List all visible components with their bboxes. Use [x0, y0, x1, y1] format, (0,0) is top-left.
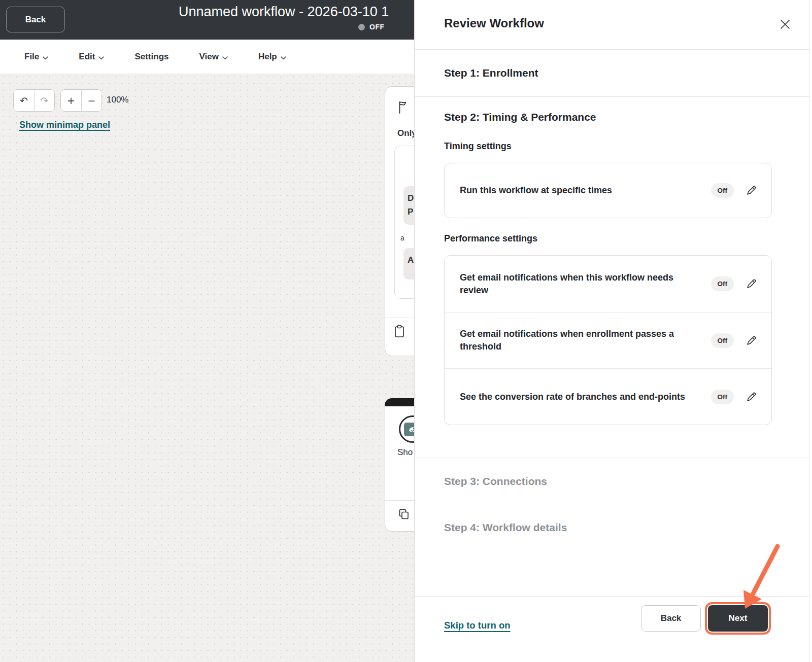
menu-edit-label: Edit — [79, 52, 95, 62]
performance-settings-card: Get email notifications when this workfl… — [444, 255, 772, 425]
status-badge: Off — [711, 333, 734, 348]
edit-pencil-icon[interactable] — [745, 184, 758, 197]
workflow-title: Unnamed workflow - 2026-03-10 1 — [179, 4, 414, 23]
top-bar: Back Unnamed workflow - 2026-03-10 1 OFF — [0, 0, 414, 40]
action-card-header-strip — [385, 398, 414, 406]
menu-file[interactable]: File — [24, 51, 48, 62]
back-button[interactable]: Back — [6, 7, 65, 32]
menu-help[interactable]: Help — [258, 51, 286, 62]
step-2-label: Step 2: Timing & Performance — [444, 111, 596, 123]
chevron-down-icon — [222, 52, 228, 62]
trigger-filter-pill[interactable]: D P — [403, 186, 414, 225]
setting-label: Get email notifications when enrollment … — [460, 328, 688, 353]
footer-next-button[interactable]: Next — [708, 605, 768, 632]
menu-file-label: File — [24, 52, 39, 62]
setting-label: Get email notifications when this workfl… — [460, 271, 688, 297]
edit-pencil-icon[interactable] — [745, 334, 758, 347]
menu-help-label: Help — [258, 52, 277, 62]
chevron-down-icon — [43, 52, 48, 62]
panel-title: Review Workflow — [444, 16, 544, 30]
menu-view[interactable]: View — [199, 51, 227, 62]
flag-icon — [396, 100, 410, 116]
action-app-avatar — [399, 415, 414, 443]
action-card-title: Sho — [397, 447, 413, 458]
zoom-in-button[interactable]: + — [61, 90, 81, 111]
menu-view-label: View — [199, 52, 218, 62]
menu-edit[interactable]: Edit — [79, 51, 104, 62]
review-workflow-panel: Review Workflow Step 1: Enrollment Step … — [414, 0, 809, 662]
step-1-section-header[interactable]: Step 1: Enrollment — [415, 49, 809, 97]
setting-label: See the conversion rate of branches and … — [460, 391, 688, 403]
setting-row-conversion-rate: See the conversion rate of branches and … — [445, 368, 771, 425]
step-3-label: Step 3: Connections — [444, 475, 547, 487]
step-4-label: Step 4: Workflow details — [444, 521, 567, 534]
show-minimap-link[interactable]: Show minimap panel — [19, 120, 110, 130]
close-icon[interactable] — [776, 16, 794, 33]
action-card[interactable]: Sho — [385, 398, 414, 532]
toggle-status-label: OFF — [369, 23, 385, 31]
redo-button[interactable]: ↷ — [34, 90, 54, 111]
copy-icon[interactable] — [397, 508, 411, 523]
menu-settings[interactable]: Settings — [134, 52, 168, 62]
chevron-down-icon — [98, 52, 104, 62]
workflow-canvas[interactable]: ↶ ↷ + − 100% Show minimap panel Only D P… — [0, 74, 414, 662]
status-badge: Off — [711, 183, 734, 198]
step-4-section-header[interactable]: Step 4: Workflow details — [415, 504, 809, 551]
panel-header: Review Workflow — [415, 0, 809, 50]
setting-row-enrollment-threshold: Get email notifications when enrollment … — [445, 312, 771, 368]
workflow-status-toggle[interactable]: OFF — [358, 23, 385, 31]
toggle-dot-icon — [358, 24, 365, 30]
status-badge: Off — [711, 390, 734, 404]
trigger-filter-pill[interactable]: A — [403, 248, 414, 280]
undo-redo-group: ↶ ↷ — [13, 89, 55, 112]
setting-label: Run this workflow at specific times — [460, 184, 688, 197]
zoom-out-button[interactable]: − — [81, 90, 101, 111]
bird-app-icon — [404, 423, 414, 436]
footer-back-button[interactable]: Back — [641, 605, 701, 632]
menu-bar: File Edit Settings View Help — [0, 40, 414, 74]
zoom-level-label: 100% — [107, 95, 128, 105]
setting-row-specific-times: Run this workflow at specific times Off — [445, 163, 771, 218]
edit-pencil-icon[interactable] — [745, 390, 758, 404]
enrollment-trigger-card[interactable]: Only D P a A — [385, 86, 414, 356]
timing-settings-card: Run this workflow at specific times Off — [444, 163, 772, 218]
chevron-down-icon — [281, 52, 286, 62]
zoom-group: + − — [60, 89, 102, 112]
skip-to-turn-on-link[interactable]: Skip to turn on — [444, 620, 511, 631]
performance-settings-heading: Performance settings — [444, 233, 537, 244]
workflow-editor-region: Back Unnamed workflow - 2026-03-10 1 OFF… — [0, 0, 414, 662]
undo-button[interactable]: ↶ — [14, 90, 34, 111]
trigger-card-title: Only — [397, 128, 414, 138]
panel-footer: Skip to turn on Back Next — [415, 596, 809, 662]
card-divider — [385, 318, 414, 318]
edit-pencil-icon[interactable] — [745, 277, 758, 291]
menu-settings-label: Settings — [134, 52, 168, 62]
filter-connector-label: a — [400, 234, 404, 242]
clipboard-icon[interactable] — [393, 324, 406, 340]
status-badge: Off — [711, 276, 734, 291]
setting-row-needs-review: Get email notifications when this workfl… — [445, 256, 771, 312]
step-1-label: Step 1: Enrollment — [444, 67, 538, 79]
card-divider — [385, 500, 414, 501]
timing-settings-heading: Timing settings — [444, 141, 512, 152]
step-3-section-header[interactable]: Step 3: Connections — [415, 458, 809, 504]
